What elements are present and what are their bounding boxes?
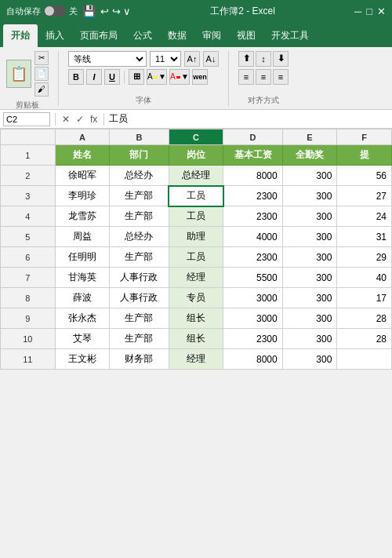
cell-bonus[interactable]: 300 (282, 288, 337, 308)
cell-salary[interactable]: 5500 (223, 268, 282, 288)
font-name-select[interactable]: 等线 (68, 51, 147, 67)
cell-extra[interactable]: 31 (337, 227, 392, 247)
cell-name[interactable]: 王文彬 (55, 349, 110, 370)
align-bottom-button[interactable]: ⬇ (273, 51, 289, 67)
cell-extra[interactable]: 56 (337, 166, 392, 186)
undo-redo-icons[interactable]: ↩ ↪ ∨ (100, 5, 131, 17)
cut-button[interactable]: ✂ (34, 51, 49, 65)
cell-position[interactable]: 工员 (169, 206, 223, 227)
cell-position[interactable]: 助理 (169, 227, 223, 247)
header-bonus[interactable]: 全勤奖 (282, 145, 337, 166)
font-grow-button[interactable]: A↑ (184, 51, 200, 67)
cell-dept[interactable]: 生产部 (110, 186, 169, 206)
save-icon[interactable]: 💾 (82, 5, 96, 17)
tab-developer[interactable]: 开发工具 (263, 24, 317, 47)
cell-bonus[interactable]: 300 (282, 247, 337, 268)
font-color-button[interactable]: A▼ (169, 69, 190, 85)
cell-name[interactable]: 任明明 (55, 247, 110, 268)
cell-dept[interactable]: 财务部 (110, 349, 169, 370)
name-box[interactable] (3, 112, 50, 126)
cell-dept[interactable]: 总经办 (110, 227, 169, 247)
font-size-select[interactable]: 11 (150, 51, 181, 67)
cell-name[interactable]: 徐昭军 (55, 166, 110, 186)
header-position[interactable]: 岗位 (169, 145, 223, 166)
cell-position[interactable]: 组长 (169, 329, 223, 349)
cell-salary[interactable]: 8000 (223, 166, 282, 186)
cell-salary[interactable]: 3000 (223, 288, 282, 308)
format-painter-button[interactable]: 🖌 (34, 82, 49, 97)
cell-position[interactable]: 专员 (169, 288, 223, 308)
bold-button[interactable]: B (68, 69, 84, 85)
tab-view[interactable]: 视图 (229, 24, 263, 47)
cell-position-active[interactable]: 工员 (169, 186, 223, 206)
cell-dept[interactable]: 总经办 (110, 166, 169, 186)
align-left-button[interactable]: ≡ (238, 69, 254, 85)
cell-bonus[interactable]: 300 (282, 227, 337, 247)
cell-position[interactable]: 经理 (169, 349, 223, 370)
window-controls[interactable]: ─□✕ (354, 5, 386, 17)
col-header-F[interactable]: F (337, 129, 392, 145)
wen-button[interactable]: wen (192, 69, 208, 85)
header-name[interactable]: 姓名 (55, 145, 110, 166)
align-top-button[interactable]: ⬆ (238, 51, 254, 67)
header-extra[interactable]: 提 (337, 145, 392, 166)
cell-extra[interactable]: 27 (337, 186, 392, 206)
formula-input[interactable] (109, 114, 389, 125)
tab-home[interactable]: 开始 (3, 24, 38, 47)
col-header-C[interactable]: C (169, 129, 223, 145)
cell-bonus[interactable]: 300 (282, 186, 337, 206)
copy-button[interactable]: 📄 (34, 67, 49, 81)
italic-button[interactable]: I (86, 69, 102, 85)
tab-data[interactable]: 数据 (160, 24, 194, 47)
header-salary[interactable]: 基本工资 (223, 145, 282, 166)
cell-name[interactable]: 张永杰 (55, 308, 110, 329)
cell-salary[interactable]: 2300 (223, 329, 282, 349)
cell-name[interactable]: 艾琴 (55, 329, 110, 349)
cell-extra[interactable]: 29 (337, 247, 392, 268)
cell-position[interactable]: 总经理 (169, 166, 223, 186)
cell-dept[interactable]: 人事行政 (110, 288, 169, 308)
cell-dept[interactable]: 生产部 (110, 206, 169, 227)
cell-position[interactable]: 经理 (169, 268, 223, 288)
autosave-toggle[interactable] (44, 5, 66, 16)
cell-name[interactable]: 周益 (55, 227, 110, 247)
tab-review[interactable]: 审阅 (194, 24, 229, 47)
confirm-formula-icon[interactable]: ✓ (74, 114, 85, 125)
tab-page-layout[interactable]: 页面布局 (72, 24, 125, 47)
cell-salary[interactable]: 2300 (223, 206, 282, 227)
cell-extra[interactable]: 24 (337, 206, 392, 227)
fill-color-button[interactable]: A▼ (147, 69, 167, 85)
cell-extra[interactable] (337, 349, 392, 370)
cell-bonus[interactable]: 300 (282, 166, 337, 186)
col-header-B[interactable]: B (110, 129, 169, 145)
cell-bonus[interactable]: 300 (282, 349, 337, 370)
cell-salary[interactable]: 2300 (223, 186, 282, 206)
cell-name[interactable]: 龙雪苏 (55, 206, 110, 227)
align-right-button[interactable]: ≡ (273, 69, 289, 85)
cell-name[interactable]: 李明珍 (55, 186, 110, 206)
header-dept[interactable]: 部门 (110, 145, 169, 166)
cell-bonus[interactable]: 300 (282, 206, 337, 227)
cell-extra[interactable]: 17 (337, 288, 392, 308)
cell-salary[interactable]: 8000 (223, 349, 282, 370)
cell-position[interactable]: 组长 (169, 308, 223, 329)
border-button[interactable]: ⊞ (129, 69, 144, 85)
tab-insert[interactable]: 插入 (38, 24, 72, 47)
cell-name[interactable]: 薛波 (55, 288, 110, 308)
align-center-button[interactable]: ≡ (256, 69, 271, 85)
insert-function-icon[interactable]: fx (89, 114, 99, 125)
cell-name[interactable]: 甘海英 (55, 268, 110, 288)
cell-bonus[interactable]: 300 (282, 329, 337, 349)
cell-position[interactable]: 工员 (169, 247, 223, 268)
cell-dept[interactable]: 生产部 (110, 247, 169, 268)
font-shrink-button[interactable]: A↓ (203, 51, 219, 67)
col-header-A[interactable]: A (55, 129, 110, 145)
cell-salary[interactable]: 3000 (223, 308, 282, 329)
cell-dept[interactable]: 生产部 (110, 308, 169, 329)
cell-dept[interactable]: 人事行政 (110, 268, 169, 288)
cell-salary[interactable]: 2300 (223, 247, 282, 268)
col-header-E[interactable]: E (282, 129, 337, 145)
cell-salary[interactable]: 4000 (223, 227, 282, 247)
cell-bonus[interactable]: 300 (282, 268, 337, 288)
cell-extra[interactable]: 28 (337, 329, 392, 349)
